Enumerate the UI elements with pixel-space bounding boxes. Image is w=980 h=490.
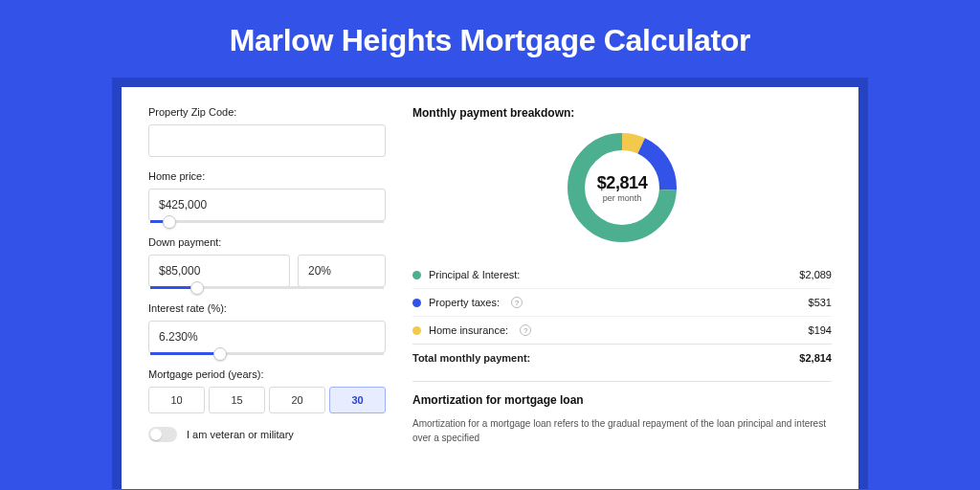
legend-dot-icon [412,326,421,335]
slider-fill [150,352,220,355]
field-zip: Property Zip Code: [148,106,386,157]
legend-dot-icon [412,271,421,279]
zip-label: Property Zip Code: [148,106,386,118]
slider-thumb[interactable] [190,281,204,295]
legend-value: $194 [809,324,832,336]
legend-row: Property taxes:?$531 [412,288,832,316]
field-home-price: Home price: [148,170,386,223]
legend-value: $2,089 [799,269,832,280]
legend-dot-icon [412,299,421,307]
breakdown-title: Monthly payment breakdown: [412,106,832,120]
veteran-toggle[interactable] [148,427,177,442]
legend-label: Principal & Interest: [429,269,520,280]
home-price-label: Home price: [148,170,386,182]
home-price-slider[interactable] [150,220,384,223]
interest-slider[interactable] [150,352,384,355]
legend-row: Home insurance:?$194 [412,316,832,344]
veteran-label: I am veteran or military [187,429,294,440]
breakdown-column: Monthly payment breakdown: $2,814 per mo… [412,106,832,489]
down-payment-label: Down payment: [148,236,386,248]
legend-value: $531 [809,297,832,308]
legend-label: Home insurance: [429,324,508,336]
legend-label: Property taxes: [429,297,500,308]
form-column: Property Zip Code: Home price: Down paym… [148,106,386,489]
interest-input[interactable] [148,321,386,353]
period-btn-30[interactable]: 30 [329,387,386,413]
period-btn-15[interactable]: 15 [209,387,265,413]
calculator-card: Property Zip Code: Home price: Down paym… [122,87,858,489]
donut-amount: $2,814 [597,173,648,193]
period-label: Mortgage period (years): [148,368,386,380]
down-payment-pct-input[interactable] [298,255,386,287]
slider-thumb[interactable] [163,215,176,229]
total-label: Total monthly payment: [412,352,530,364]
zip-input[interactable] [148,124,386,157]
total-value: $2,814 [799,352,832,364]
page-title: Marlow Heights Mortgage Calculator [0,0,980,78]
amortization-text: Amortization for a mortgage loan refers … [412,416,832,445]
field-period: Mortgage period (years): 10152030 [148,368,386,413]
field-down-payment: Down payment: [148,236,386,289]
donut-sublabel: per month [603,193,642,203]
help-icon[interactable]: ? [520,324,531,336]
period-options: 10152030 [148,387,386,413]
interest-label: Interest rate (%): [148,302,386,314]
period-btn-10[interactable]: 10 [148,387,205,413]
amortization-section: Amortization for mortgage loan Amortizat… [412,381,832,445]
field-interest: Interest rate (%): [148,302,386,355]
legend-row: Principal & Interest:$2,089 [412,261,832,288]
slider-thumb[interactable] [213,347,227,361]
veteran-row: I am veteran or military [148,427,386,442]
legend-list: Principal & Interest:$2,089Property taxe… [412,261,832,344]
help-icon[interactable]: ? [511,297,523,308]
period-btn-20[interactable]: 20 [269,387,325,413]
down-payment-input[interactable] [148,255,290,287]
card-shadow: Property Zip Code: Home price: Down paym… [112,78,868,489]
amortization-title: Amortization for mortgage loan [412,393,832,407]
donut-chart: $2,814 per month [562,127,682,248]
donut-wrap: $2,814 per month [412,127,832,248]
down-payment-slider[interactable] [150,286,384,289]
home-price-input[interactable] [148,189,386,221]
total-row: Total monthly payment: $2,814 [412,344,832,371]
